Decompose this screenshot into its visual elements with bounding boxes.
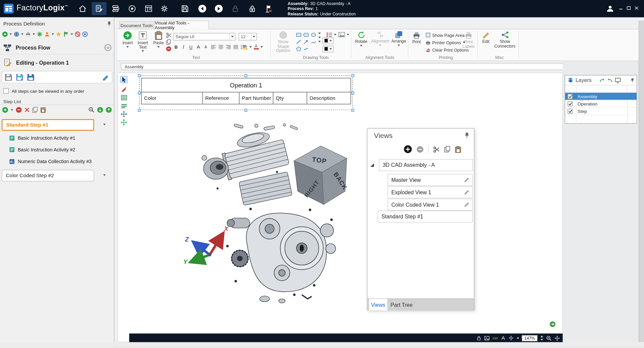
selection-handle[interactable] xyxy=(351,91,354,94)
select-tool-icon[interactable] xyxy=(120,76,127,83)
underline-button[interactable]: U xyxy=(187,43,195,50)
flag-icon[interactable] xyxy=(63,31,69,37)
move-tool-icon[interactable] xyxy=(120,111,127,118)
save-operation-icon[interactable] xyxy=(5,73,12,81)
lock-icon[interactable] xyxy=(245,2,260,15)
italic-button[interactable]: I xyxy=(180,43,187,50)
arrow-shape-icon[interactable] xyxy=(303,39,310,45)
stroke-color-select[interactable] xyxy=(322,38,333,44)
copy-view-icon[interactable] xyxy=(444,146,450,153)
shape-row-expander-icon[interactable] xyxy=(318,37,321,39)
lock-canvas-icon[interactable] xyxy=(476,336,481,341)
disc-icon[interactable] xyxy=(125,2,140,15)
save-icon[interactable] xyxy=(177,2,192,15)
remove-view-icon[interactable] xyxy=(417,146,424,153)
user-badge-icon[interactable] xyxy=(44,31,50,37)
back-icon[interactable] xyxy=(195,2,210,15)
target-icon[interactable] xyxy=(82,31,88,37)
align-center-button[interactable] xyxy=(217,43,224,50)
grow-font-button[interactable]: A xyxy=(195,43,202,50)
tab-views[interactable]: Views xyxy=(369,299,387,310)
shape-row-expander-icon[interactable] xyxy=(318,41,321,43)
selection-handle[interactable] xyxy=(138,109,141,112)
fill-color-select[interactable] xyxy=(322,46,333,53)
rounded-rectangle-shape-icon[interactable] xyxy=(303,32,310,38)
selection-handle[interactable] xyxy=(244,74,247,77)
print-button[interactable]: Print xyxy=(410,31,423,44)
globe-icon[interactable] xyxy=(14,31,19,37)
annotate-tool-icon[interactable] xyxy=(120,85,127,92)
add-icon[interactable] xyxy=(2,31,8,37)
paste-view-icon[interactable] xyxy=(455,146,461,153)
align-right-button[interactable] xyxy=(225,43,232,50)
collapsed-panel-strip[interactable] xyxy=(639,21,644,342)
layer-row-step[interactable]: Step xyxy=(565,108,637,115)
delete-step-icon[interactable] xyxy=(24,107,30,113)
layer-checkbox[interactable] xyxy=(568,109,573,114)
pan-mode-icon[interactable] xyxy=(508,336,514,341)
burst-icon[interactable] xyxy=(37,31,43,37)
zoom-in-icon[interactable] xyxy=(546,335,551,341)
materials-icon[interactable] xyxy=(108,2,123,15)
remove-step-icon[interactable] xyxy=(16,107,22,113)
design-canvas[interactable]: Operation 1 Color Reference Part Number … xyxy=(118,73,563,342)
arrange-button[interactable]: Arrange xyxy=(390,31,407,46)
layer-checkbox[interactable] xyxy=(568,94,573,99)
copy-step-icon[interactable] xyxy=(32,107,38,113)
snapshot-icon[interactable] xyxy=(484,336,489,340)
show-connectors-button[interactable]: Show Connectors xyxy=(494,31,516,48)
tab-visual-aid-tools[interactable]: Visual Aid Tools - Assembly xyxy=(154,21,209,29)
forward-icon[interactable] xyxy=(211,2,226,15)
star-icon[interactable] xyxy=(56,31,61,37)
pin-icon[interactable] xyxy=(107,21,112,26)
maximize-button[interactable] xyxy=(626,5,632,11)
image-insert-icon[interactable] xyxy=(338,32,345,38)
table-tool-icon[interactable] xyxy=(120,94,127,101)
pin-icon[interactable] xyxy=(630,77,635,83)
pin-icon[interactable] xyxy=(464,132,470,138)
process-flow-header[interactable]: Process Flow xyxy=(0,41,114,54)
user-icon[interactable] xyxy=(603,2,618,15)
move-step-down-icon[interactable] xyxy=(97,107,103,113)
selection-handle[interactable] xyxy=(351,74,354,77)
print-icon[interactable] xyxy=(25,31,31,37)
cut-icon[interactable] xyxy=(166,32,172,38)
layer-row-assembly[interactable]: Assembly xyxy=(565,93,637,100)
order-checkbox[interactable] xyxy=(3,88,9,93)
activity-item[interactable]: Basic Instruction Activity #1 xyxy=(9,134,75,142)
pan-tool-icon[interactable] xyxy=(554,335,560,341)
edit-button[interactable]: Edit xyxy=(480,31,491,44)
bold-button[interactable]: B xyxy=(172,43,179,50)
process-editor-icon[interactable] xyxy=(92,2,106,15)
zoom-level-input[interactable]: 147% xyxy=(522,335,538,341)
font-size-select[interactable]: 12 xyxy=(238,33,257,40)
move-layer-down-icon[interactable] xyxy=(607,77,613,83)
insert-button[interactable]: Insert xyxy=(121,31,134,48)
step-item-standard-step-1[interactable]: Standard Step #1 xyxy=(2,119,94,131)
add-step-icon[interactable] xyxy=(2,107,8,113)
add-view-icon[interactable] xyxy=(404,145,412,153)
justify-button[interactable] xyxy=(232,43,239,50)
tree-root-item[interactable]: 3D CAD Assembly - A xyxy=(379,159,473,171)
tree-item-color-coded-view[interactable]: Color Coded View 1 xyxy=(388,199,473,211)
layer-row-operation[interactable]: Operation xyxy=(565,100,637,108)
fit-view-icon[interactable] xyxy=(549,321,555,327)
selection-handle[interactable] xyxy=(351,109,354,112)
parts-table[interactable]: Operation 1 Color Reference Part Number … xyxy=(141,78,351,105)
step-expander-icon[interactable] xyxy=(103,175,106,176)
rotate-button[interactable]: Rotate xyxy=(354,31,369,46)
step-expander-icon[interactable] xyxy=(103,124,106,125)
save-copy-icon[interactable] xyxy=(16,73,23,81)
activity-item[interactable]: Basic Instruction Activity #2 xyxy=(9,145,75,154)
tree-item-standard-step[interactable]: Standard Step #1 xyxy=(378,211,473,223)
step-item-color-coded-step-2[interactable]: Color Coded Step #2 xyxy=(2,170,94,181)
cut-view-icon[interactable] xyxy=(433,146,440,153)
text-scale-icon[interactable] xyxy=(501,336,506,341)
tab-part-tree[interactable]: Part Tree xyxy=(390,299,413,310)
zoom-spinner[interactable] xyxy=(540,336,543,341)
shape-row-expander-icon[interactable] xyxy=(318,32,321,34)
cad-exploded-view[interactable]: TOP BACK RIGHT xyxy=(178,123,355,304)
delete-icon[interactable] xyxy=(166,46,171,52)
ellipse-shape-icon[interactable] xyxy=(310,32,317,38)
freeform-shape-icon[interactable] xyxy=(303,46,310,52)
